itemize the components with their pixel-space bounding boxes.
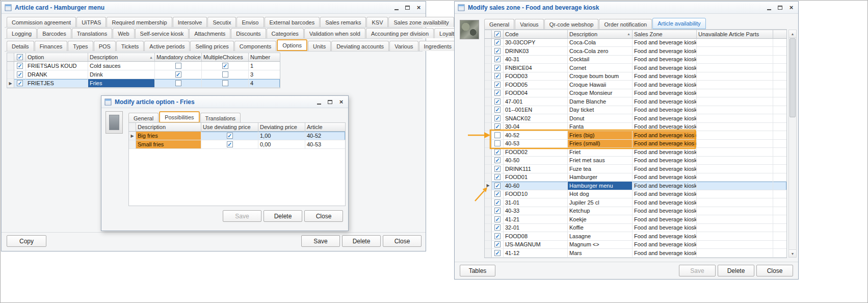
minimize-button[interactable] bbox=[765, 4, 773, 12]
table-row[interactable]: ✓01--001ENDay ticketFood and beverage ki… bbox=[485, 106, 786, 115]
titlebar[interactable]: Article card - Hamburger menu × bbox=[2, 2, 426, 14]
checkbox[interactable]: ✓ bbox=[175, 71, 181, 78]
table-row[interactable]: ▶Big fries✓1,0040-52 bbox=[129, 132, 345, 140]
table-row[interactable]: ✓FOOD03Croque boum boumFood and beverage… bbox=[485, 72, 786, 81]
close-button[interactable]: × bbox=[337, 98, 345, 106]
table-row[interactable]: ✓IJS-MAGNUMMagnum <>Food and beverage ki… bbox=[485, 241, 786, 249]
tab-required-membership[interactable]: Required membership bbox=[107, 17, 172, 27]
checkbox[interactable] bbox=[222, 71, 228, 78]
tab-validation-when-sold[interactable]: Validation when sold bbox=[304, 28, 365, 38]
table-row[interactable]: ✓40-33KetchupFood and beverage kiosk bbox=[485, 207, 786, 216]
tab-web[interactable]: Web bbox=[113, 28, 134, 38]
header-deviating-price[interactable]: Deviating price bbox=[258, 123, 305, 132]
checkbox[interactable]: ✓ bbox=[17, 80, 23, 86]
tab-active-periods[interactable]: Active periods bbox=[144, 41, 190, 51]
tab-deviating-accounts[interactable]: Deviating accounts bbox=[331, 41, 389, 51]
checkbox[interactable]: ✓ bbox=[17, 63, 23, 69]
checkbox[interactable]: ✓ bbox=[227, 141, 233, 147]
table-row[interactable]: 40-53Fries (small)Food and beverage kios… bbox=[485, 140, 786, 148]
table-row[interactable]: ▶✓FRIETJESFries4 bbox=[7, 79, 280, 88]
delete-button[interactable]: Delete bbox=[264, 210, 302, 222]
header-select-all-cell[interactable]: ✓ bbox=[14, 53, 26, 62]
checkbox[interactable]: ✓ bbox=[494, 166, 501, 172]
checkbox[interactable]: ✓ bbox=[494, 250, 501, 256]
table-row[interactable]: ✓FOOD04Croque MonsieurFood and beverage … bbox=[485, 89, 786, 98]
scrollbar-thumb[interactable] bbox=[790, 38, 796, 117]
checkbox[interactable]: ✓ bbox=[494, 115, 501, 121]
tab-selling-prices[interactable]: Selling prices bbox=[190, 41, 233, 51]
table-row[interactable]: ✓41-12MarsFood and beverage kiosk bbox=[485, 249, 786, 258]
checkbox[interactable]: ✓ bbox=[494, 174, 501, 180]
header-multiplechoices[interactable]: MultipleChoices bbox=[202, 53, 249, 62]
checkbox[interactable]: ✓ bbox=[494, 157, 501, 163]
table-row[interactable]: ✓30-04FantaFood and beverage kiosk bbox=[485, 123, 786, 132]
tab-various[interactable]: Various bbox=[389, 41, 418, 51]
checkbox[interactable]: ✓ bbox=[494, 199, 501, 206]
tab-various[interactable]: Various bbox=[515, 19, 543, 29]
tab-enviso[interactable]: Enviso bbox=[236, 17, 264, 27]
header-description[interactable]: Description bbox=[136, 123, 201, 132]
tab-article-availability[interactable]: Article availability bbox=[652, 18, 705, 29]
close-button-footer[interactable]: Close bbox=[756, 265, 793, 276]
tab-ksv[interactable]: KSV bbox=[366, 17, 388, 27]
tab-finances[interactable]: Finances bbox=[35, 41, 68, 51]
table-row[interactable]: ✓40-50Friet met sausFood and beverage ki… bbox=[485, 157, 786, 165]
close-button[interactable]: × bbox=[787, 4, 795, 12]
scroll-down-icon[interactable]: ▼ bbox=[789, 249, 796, 257]
header-sales-zone[interactable]: Sales Zone bbox=[633, 30, 697, 39]
tables-button[interactable]: Tables bbox=[460, 265, 495, 276]
tab-discounts[interactable]: Discounts bbox=[231, 28, 266, 38]
tab-translations[interactable]: Translations bbox=[72, 28, 113, 38]
table-row[interactable]: ✓FOOD05Croque HawaiiFood and beverage ki… bbox=[485, 81, 786, 89]
tab-intersolve[interactable]: Intersolve bbox=[173, 17, 207, 27]
tab-logging[interactable]: Logging bbox=[7, 28, 37, 38]
table-row[interactable]: ✓32-01KoffieFood and beverage kiosk bbox=[485, 224, 786, 233]
tab-general[interactable]: General bbox=[484, 19, 514, 29]
tab-categories[interactable]: Categories bbox=[267, 28, 304, 38]
select-all-checkbox[interactable]: ✓ bbox=[17, 54, 23, 60]
close-button-footer[interactable]: Close bbox=[304, 210, 343, 222]
checkbox[interactable]: ✓ bbox=[494, 149, 501, 155]
tab-barcodes[interactable]: Barcodes bbox=[37, 28, 71, 38]
delete-button[interactable]: Delete bbox=[342, 235, 381, 247]
tab-types[interactable]: Types bbox=[68, 41, 93, 51]
select-all-checkbox[interactable]: ✓ bbox=[494, 31, 501, 37]
checkbox[interactable] bbox=[175, 80, 181, 86]
table-row[interactable]: ✓FOOD02FrietFood and beverage kiosk bbox=[485, 148, 786, 157]
table-row[interactable]: ✓31-01Jupiler 25 clFood and beverage kio… bbox=[485, 198, 786, 207]
tab-ingredients[interactable]: Ingredients bbox=[419, 41, 457, 51]
tab-secutix[interactable]: Secutix bbox=[207, 17, 236, 27]
header-mandatory-choice[interactable]: Mandatory choice bbox=[155, 53, 202, 62]
table-row[interactable]: 40-52Fries (big)Food and beverage kiosk bbox=[485, 131, 786, 140]
table-row[interactable]: ✓FRIETSAUS KOUDCold sauces✓1 bbox=[7, 62, 280, 70]
header-option[interactable]: Option bbox=[26, 53, 88, 62]
table-row[interactable]: ✓DRINK111Fuze teaFood and beverage kiosk bbox=[485, 165, 786, 173]
checkbox[interactable]: ✓ bbox=[494, 216, 501, 222]
checkbox[interactable] bbox=[494, 132, 501, 138]
tab-pos[interactable]: POS bbox=[94, 41, 116, 51]
checkbox[interactable]: ✓ bbox=[494, 233, 501, 239]
tab-options[interactable]: Options bbox=[277, 39, 307, 51]
copy-button[interactable]: Copy bbox=[7, 235, 46, 247]
header-code[interactable]: Code bbox=[504, 30, 568, 39]
checkbox[interactable]: ✓ bbox=[494, 56, 501, 62]
checkbox[interactable]: ✓ bbox=[227, 133, 233, 139]
table-row[interactable]: ▶✓40-60Hamburger menuFood and beverage k… bbox=[485, 182, 786, 190]
checkbox[interactable]: ✓ bbox=[494, 90, 501, 96]
tab-qr-code-webshop[interactable]: Qr-code webshop bbox=[544, 19, 599, 29]
maximize-button[interactable] bbox=[776, 4, 784, 12]
checkbox[interactable]: ✓ bbox=[494, 191, 501, 197]
tab-translations[interactable]: Translations bbox=[200, 113, 241, 123]
tab-self-service-kiosk[interactable]: Self-service kiosk bbox=[135, 28, 189, 38]
table-row[interactable]: ✓FOOD01HamburgerFood and beverage kiosk bbox=[485, 173, 786, 182]
header-use-deviating-price[interactable]: Use deviating price bbox=[201, 123, 258, 132]
checkbox[interactable]: ✓ bbox=[494, 183, 501, 189]
tab-external-barcodes[interactable]: External barcodes bbox=[265, 17, 320, 27]
checkbox[interactable]: ✓ bbox=[494, 65, 501, 71]
table-row[interactable]: ✓SNACK02DonutFood and beverage kiosk bbox=[485, 114, 786, 123]
tab-possibilities[interactable]: Possibilities bbox=[159, 111, 199, 123]
checkbox[interactable]: ✓ bbox=[494, 39, 501, 45]
table-row[interactable]: ✓FNBICE04CornetFood and beverage kiosk bbox=[485, 64, 786, 72]
checkbox[interactable]: ✓ bbox=[494, 73, 501, 79]
tab-attachments[interactable]: Attachments bbox=[189, 28, 230, 38]
